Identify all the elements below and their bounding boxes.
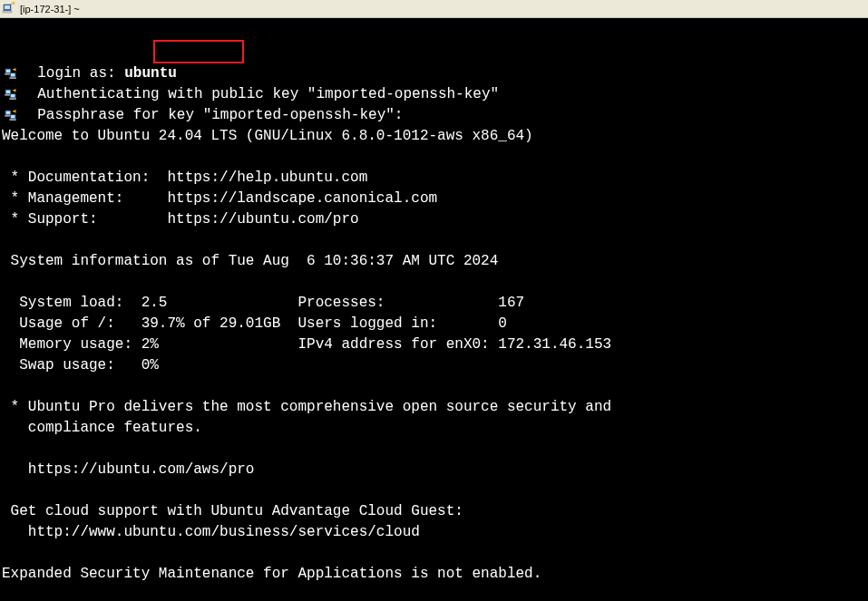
terminal-line: * Support: https://ubuntu.com/pro (2, 209, 866, 230)
highlight-annotation (153, 40, 244, 63)
terminal-line: Passphrase for key "imported-openssh-key… (2, 105, 866, 126)
terminal-line (2, 230, 866, 251)
terminal-line: Expanded Security Maintenance for Applic… (2, 564, 866, 585)
terminal-line: Welcome to Ubuntu 24.04 LTS (GNU/Linux 6… (2, 126, 866, 147)
terminal-line: System information as of Tue Aug 6 10:36… (2, 251, 866, 272)
terminal-line: Get cloud support with Ubuntu Advantage … (2, 501, 866, 522)
svg-rect-8 (10, 78, 16, 79)
terminal-line: Authenticating with public key "imported… (2, 84, 866, 105)
terminal-line: http://www.ubuntu.com/business/services/… (2, 522, 866, 543)
terminal-line: * Management: https://landscape.canonica… (2, 189, 866, 209)
svg-rect-16 (6, 111, 10, 114)
svg-rect-19 (11, 115, 15, 118)
terminal-line (2, 147, 866, 168)
terminal-line: Swap usage: 0% (2, 355, 866, 376)
terminal-output[interactable]: login as: ubuntu Authenticating with pub… (0, 18, 868, 601)
terminal-line: * Ubuntu Pro delivers the most comprehen… (2, 397, 866, 418)
svg-rect-10 (6, 91, 10, 93)
window-title: [ip-172-31-] ~ (20, 4, 80, 15)
terminal-line: * Documentation: https://help.ubuntu.com (2, 168, 866, 189)
terminal-line: Memory usage: 2% IPv4 address for enX0: … (2, 334, 866, 355)
terminal-line (2, 480, 866, 501)
window-titlebar[interactable]: [ip-172-31-] ~ (0, 0, 868, 18)
svg-rect-14 (10, 99, 16, 100)
terminal-line (2, 585, 866, 601)
terminal-line: System load: 2.5 Processes: 167 (2, 293, 866, 314)
svg-rect-20 (10, 120, 16, 121)
putty-icon (2, 1, 20, 17)
terminal-line: compliance features. (2, 418, 866, 439)
terminal-line (2, 543, 866, 564)
terminal-line (2, 439, 866, 460)
terminal-line: https://ubuntu.com/aws/pro (2, 460, 866, 480)
svg-rect-13 (11, 94, 15, 97)
svg-rect-2 (3, 11, 12, 13)
svg-rect-4 (6, 70, 10, 73)
svg-rect-1 (5, 5, 10, 9)
terminal-line (2, 376, 866, 397)
terminal-line: login as: ubuntu (2, 63, 866, 84)
svg-rect-7 (11, 73, 15, 76)
terminal-line: Usage of /: 39.7% of 29.01GB Users logge… (2, 314, 866, 334)
terminal-line (2, 272, 866, 293)
